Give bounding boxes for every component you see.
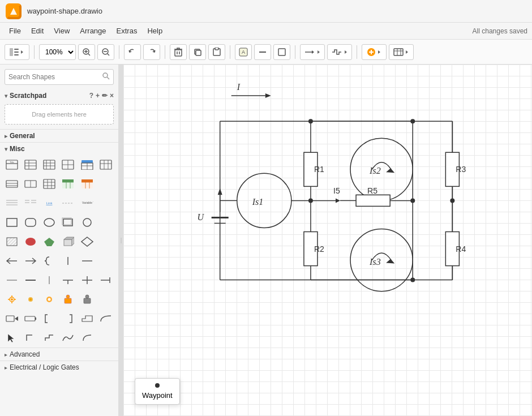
waypoint-tooltip: Waypoint <box>135 378 180 405</box>
shape-corner-tl[interactable] <box>22 331 39 345</box>
canvas-area[interactable]: I U Is1 <box>123 65 532 416</box>
shape-dash-long[interactable] <box>22 273 39 288</box>
zoom-select[interactable]: 100% 75% 150% <box>39 44 76 60</box>
shape-ellipse[interactable] <box>41 215 58 230</box>
drag-area[interactable]: Drag elements here <box>5 104 114 125</box>
shape-rounded-rect[interactable] <box>22 215 39 230</box>
svg-marker-149 <box>218 188 222 195</box>
table-button[interactable] <box>389 44 414 60</box>
shape-colored-table3[interactable] <box>79 177 96 191</box>
shape-circle[interactable] <box>79 215 96 230</box>
shape-table-color[interactable] <box>79 157 96 172</box>
scratchpad-help[interactable]: ? <box>89 92 93 100</box>
shape-grid-3x3[interactable] <box>41 177 58 191</box>
shape-long-dash[interactable] <box>79 254 96 268</box>
shape-colored-table2[interactable] <box>59 177 76 191</box>
shape-hlist[interactable] <box>3 177 20 191</box>
shape-style-button[interactable] <box>273 44 290 60</box>
delete-button[interactable] <box>170 44 187 60</box>
shape-hatch[interactable] <box>3 234 20 249</box>
shape-arrow-right[interactable] <box>22 254 39 268</box>
zoom-in-button[interactable] <box>78 44 95 60</box>
shape-variable-text[interactable]: Variable Text <box>79 196 96 211</box>
shape-table-3col[interactable] <box>97 157 114 172</box>
shape-cross[interactable] <box>79 273 96 288</box>
menu-extras[interactable]: Extras <box>112 25 142 37</box>
shape-rect-2[interactable] <box>59 215 76 230</box>
toolbar-sep-3 <box>165 45 165 59</box>
category-electrical[interactable]: ▸ Electrical / Logic Gates <box>0 361 118 374</box>
shape-bracket-r[interactable] <box>59 311 76 326</box>
shape-vert-line[interactable] <box>41 273 58 288</box>
shape-play[interactable] <box>3 311 20 326</box>
waypoint-style-button[interactable] <box>327 44 352 60</box>
shape-actor[interactable] <box>59 292 76 307</box>
shape-step2[interactable] <box>41 331 58 345</box>
shape-battery[interactable] <box>22 311 39 326</box>
shape-list[interactable] <box>22 157 39 172</box>
scratchpad-close[interactable]: × <box>110 92 114 100</box>
scratchpad-header[interactable]: ▾ Scratchpad ? + ✏ × <box>0 89 118 102</box>
shape-cursor[interactable] <box>3 331 20 345</box>
search-input[interactable] <box>8 73 102 81</box>
sidebar-resize-handle[interactable] <box>119 65 123 416</box>
shape-wave[interactable] <box>59 331 76 345</box>
shape-step[interactable] <box>79 311 96 326</box>
zoom-out-button[interactable] <box>97 44 114 60</box>
misc-label: Misc <box>10 145 25 153</box>
svg-point-167 <box>350 229 413 291</box>
shape-arrow-left[interactable] <box>3 254 20 268</box>
shape-hsplit[interactable] <box>22 177 39 191</box>
copy-style-button[interactable] <box>189 44 206 60</box>
shape-text-line[interactable] <box>3 196 20 211</box>
shape-curly-brace[interactable] <box>41 254 58 268</box>
shape-list2[interactable] <box>41 157 58 172</box>
undo-button[interactable] <box>124 44 141 60</box>
shape-rect[interactable] <box>3 215 20 230</box>
shape-link[interactable]: Link <box>41 196 58 211</box>
paste-style-button[interactable] <box>208 44 225 60</box>
category-misc[interactable]: ▾ Misc <box>0 142 118 155</box>
shape-gear1[interactable] <box>3 292 20 307</box>
shape-gear3[interactable] <box>41 292 58 307</box>
shape-green-shape[interactable] <box>41 234 58 249</box>
menu-arrange[interactable]: Arrange <box>75 25 110 37</box>
shape-gear2[interactable] <box>22 292 39 307</box>
line-style-button[interactable] <box>254 44 271 60</box>
category-general[interactable]: ▸ General <box>0 129 118 142</box>
shape-line-horiz[interactable] <box>3 273 20 288</box>
shape-table-2x2[interactable] <box>59 157 76 172</box>
shape-dashed[interactable] <box>59 196 76 211</box>
shape-bracket-l[interactable] <box>41 311 58 326</box>
svg-rect-129 <box>65 298 71 303</box>
svg-rect-48 <box>44 160 55 169</box>
menu-file[interactable]: File <box>5 25 25 37</box>
sidebar-toggle-button[interactable] <box>5 44 29 60</box>
shape-curved[interactable] <box>97 311 114 326</box>
menu-edit[interactable]: Edit <box>27 25 48 37</box>
shape-title[interactable]: Title <box>3 157 20 172</box>
menu-help[interactable]: Help <box>143 25 167 37</box>
fill-color-button[interactable]: A <box>235 44 252 60</box>
shape-arc[interactable] <box>79 331 96 345</box>
shape-red-blob[interactable] <box>22 234 39 249</box>
shape-t-shape[interactable] <box>59 273 76 288</box>
shape-end-cap[interactable] <box>97 273 114 288</box>
redo-button[interactable] <box>143 44 160 60</box>
search-box[interactable] <box>5 69 114 85</box>
connection-style-button[interactable] <box>300 44 325 60</box>
shape-diamond[interactable] <box>79 234 96 249</box>
menu-view[interactable]: View <box>49 25 74 37</box>
scratchpad-add[interactable]: + <box>96 92 100 100</box>
svg-marker-169 <box>386 259 394 264</box>
toolbar: 100% 75% 150% A <box>0 40 532 65</box>
insert-button[interactable] <box>362 44 387 60</box>
category-advanced[interactable]: ▸ Advanced <box>0 348 118 361</box>
shape-3d-box[interactable] <box>59 234 76 249</box>
waypoint-dot <box>155 383 160 388</box>
electrical-arrow: ▸ <box>5 364 7 371</box>
scratchpad-edit[interactable]: ✏ <box>102 92 108 100</box>
shape-line-vert[interactable] <box>59 254 76 268</box>
shape-text-2col[interactable] <box>22 196 39 211</box>
shape-user[interactable] <box>79 292 96 307</box>
